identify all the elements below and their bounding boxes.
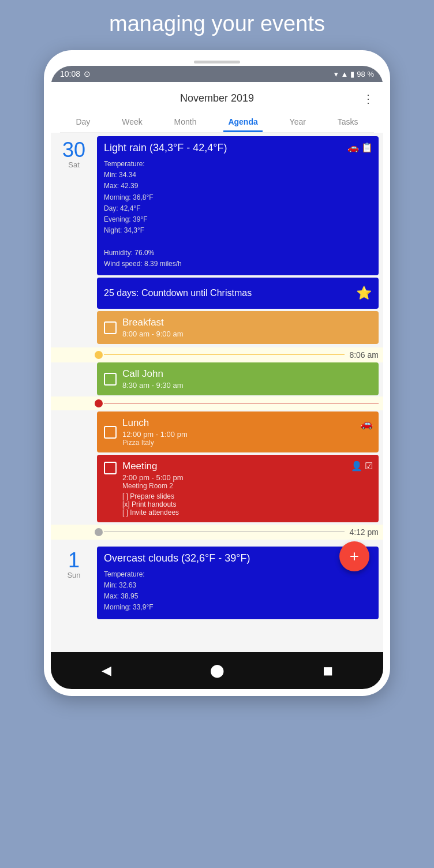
lunch-title: Lunch <box>122 417 372 429</box>
weather-detail: Temperature: Min: 34.34 Max: 42.39 Morni… <box>104 159 372 270</box>
countdown-title: 25 days: Countdown until Christmas <box>104 288 252 298</box>
day1-weather-event[interactable]: Overcast clouds (32,6°F - 39°F) Temperat… <box>97 547 379 619</box>
lunch-location: Pizza Italy <box>122 439 372 447</box>
day-30-number: 30 <box>62 140 85 160</box>
call-john-event[interactable]: Call John 8:30 am - 9:30 am <box>97 362 379 395</box>
time-indicator-2 <box>51 396 383 410</box>
meeting-text: Meeting 2:00 pm - 5:00 pm Meeting Room 2… <box>122 461 372 517</box>
recents-button[interactable]: ◼ <box>316 659 339 682</box>
home-button[interactable]: ⬤ <box>205 659 229 682</box>
tab-day[interactable]: Day <box>71 111 95 132</box>
tab-agenda[interactable]: Agenda <box>223 111 262 132</box>
day-30-events: 🚗 📋 Light rain (34,3°F - 42,4°F) Tempera… <box>97 133 383 347</box>
time-indicator-3: 4:12 pm <box>51 525 383 540</box>
temp-evening: Evening: 39°F <box>104 214 372 225</box>
red-line <box>104 403 379 403</box>
tab-tasks[interactable]: Tasks <box>333 111 363 132</box>
lunch-time: 12:00 pm - 1:00 pm <box>122 430 372 439</box>
call-john-time: 8:30 am - 9:30 am <box>122 381 372 390</box>
nav-bar: ◀ ⬤ ◼ <box>51 652 383 689</box>
weather-title: Light rain (34,3°F - 42,4°F) <box>104 142 372 154</box>
d1-temp-max: Max: 38.95 <box>104 591 372 602</box>
call-john-text: Call John 8:30 am - 9:30 am <box>122 368 372 390</box>
day1-weather-title: Overcast clouds (32,6°F - 39°F) <box>104 552 372 564</box>
time: 10:08 <box>60 69 80 78</box>
meeting-title: Meeting <box>122 461 372 472</box>
d1-temp-morning: Morning: 33,9°F <box>104 602 372 613</box>
breakfast-checkbox[interactable] <box>104 321 117 334</box>
status-left: 10:08 ⊙ <box>60 69 91 78</box>
tab-month[interactable]: Month <box>170 111 201 132</box>
breakfast-event[interactable]: Breakfast 8:00 am - 9:00 am <box>97 311 379 344</box>
status-right: ▾ ▲ ▮ 98 % <box>334 70 374 78</box>
call-john-title: Call John <box>122 368 372 380</box>
more-icon[interactable]: ⋮ <box>362 92 374 106</box>
breakfast-time: 8:00 am - 9:00 am <box>122 330 372 338</box>
meeting-event[interactable]: Meeting 2:00 pm - 5:00 pm Meeting Room 2… <box>97 455 379 522</box>
day-1-name: Sun <box>67 571 80 579</box>
person-icon: 👤 <box>351 461 362 472</box>
temp-night: Night: 34,3°F <box>104 225 372 236</box>
day1-weather-detail: Temperature: Min: 32.63 Max: 38.95 Morni… <box>104 569 372 613</box>
meeting-icons: 👤 ☑ <box>351 461 373 472</box>
gray-dot <box>95 528 103 536</box>
countdown-event[interactable]: 25 days: Countdown until Christmas ⭐ <box>97 278 379 309</box>
breakfast-title: Breakfast <box>122 317 372 328</box>
note-icon: 📋 <box>361 142 373 153</box>
tab-year[interactable]: Year <box>285 111 310 132</box>
meeting-checkbox[interactable] <box>104 462 117 474</box>
checklist-3: [ ] Invite attendees <box>122 508 372 517</box>
day-30-section: 30 Sat 🚗 📋 Light rain (34,3°F - 42,4°F) <box>51 133 383 347</box>
month-title: November 2019 <box>180 92 254 104</box>
gray-line <box>104 532 345 532</box>
fab-button[interactable]: + <box>339 541 369 571</box>
recording-icon: ⊙ <box>84 69 91 78</box>
temp-day: Day: 42,4°F <box>104 203 372 214</box>
humidity: Humidity: 76.0% <box>104 248 372 259</box>
time-3-text: 4:12 pm <box>349 527 379 537</box>
star-icon: ⭐ <box>356 286 372 301</box>
status-bar: 10:08 ⊙ ▾ ▲ ▮ 98 % <box>51 66 383 82</box>
call-john-checkbox[interactable] <box>104 373 117 386</box>
battery-icon: ▮ <box>350 70 354 78</box>
check-icon: ☑ <box>365 461 373 472</box>
temp-morning: Morning: 36,8°F <box>104 192 372 203</box>
weather-event[interactable]: 🚗 📋 Light rain (34,3°F - 42,4°F) Tempera… <box>97 136 379 275</box>
d1-temp-label: Temperature: <box>104 569 372 580</box>
yellow-line <box>104 354 345 355</box>
calendar-header: November 2019 ⋮ Day Week Month Agenda Ye… <box>51 82 383 133</box>
lunch-event[interactable]: Lunch 12:00 pm - 1:00 pm Pizza Italy 🚗 <box>97 411 379 452</box>
phone-frame: 10:08 ⊙ ▾ ▲ ▮ 98 % November 2019 ⋮ Day <box>44 50 390 696</box>
lunch-checkbox[interactable] <box>104 426 117 439</box>
time-indicator-1: 8:06 am <box>51 347 383 362</box>
checklist-1: [ ] Prepare slides <box>122 492 372 500</box>
call-john-wrapper: Call John 8:30 am - 9:30 am <box>51 362 383 395</box>
nav-tabs: Day Week Month Agenda Year Tasks <box>60 111 374 133</box>
meeting-checklist: [ ] Prepare slides [x] Print handouts [ … <box>122 492 372 517</box>
day-30-name: Sat <box>68 160 80 169</box>
red-dot <box>95 399 103 407</box>
temp-max: Max: 42.39 <box>104 181 372 192</box>
breakfast-text: Breakfast 8:00 am - 9:00 am <box>122 317 372 338</box>
signal-icon: ▲ <box>341 70 348 78</box>
day-1-label: 1 Sun <box>51 543 97 623</box>
phone-notch <box>194 61 240 63</box>
yellow-dot <box>95 351 103 359</box>
d1-temp-min: Min: 32.63 <box>104 580 372 591</box>
day-1-section: 1 Sun Overcast clouds (32,6°F - 39°F) Te… <box>51 543 383 623</box>
car-icon: 🚗 <box>347 142 359 153</box>
outer-container: managing your events 10:08 ⊙ ▾ ▲ ▮ 98 % <box>0 0 434 868</box>
weather-icons: 🚗 📋 <box>347 142 373 153</box>
temp-label: Temperature: <box>104 159 372 170</box>
back-button[interactable]: ◀ <box>95 659 118 682</box>
agenda-content: 30 Sat 🚗 📋 Light rain (34,3°F - 42,4°F) <box>51 133 383 652</box>
wind: Wind speed: 8.39 miles/h <box>104 259 372 270</box>
day-1-number: 1 <box>68 550 80 571</box>
phone-inner: 10:08 ⊙ ▾ ▲ ▮ 98 % November 2019 ⋮ Day <box>51 66 383 689</box>
battery-text: 98 % <box>357 70 374 78</box>
lunch-meeting-wrapper: Lunch 12:00 pm - 1:00 pm Pizza Italy 🚗 M… <box>51 411 383 522</box>
time-1-text: 8:06 am <box>349 350 379 360</box>
lunch-text: Lunch 12:00 pm - 1:00 pm Pizza Italy <box>122 417 372 447</box>
checklist-2: [x] Print handouts <box>122 500 372 508</box>
tab-week[interactable]: Week <box>117 111 147 132</box>
